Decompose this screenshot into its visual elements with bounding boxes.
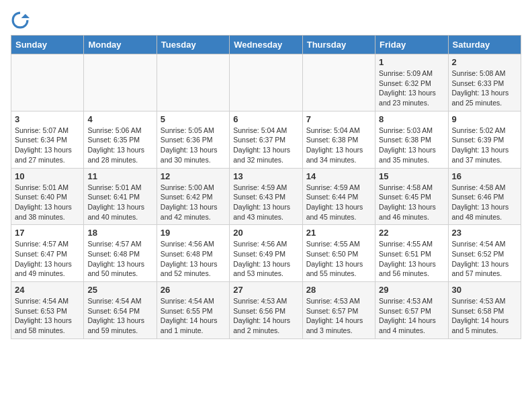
calendar-cell: 20Sunrise: 4:56 AM Sunset: 6:49 PM Dayli… <box>230 225 302 282</box>
day-number: 21 <box>306 228 371 238</box>
day-number: 28 <box>306 285 371 295</box>
calendar-cell <box>302 54 375 111</box>
calendar-cell <box>230 54 302 111</box>
calendar-week-row: 3Sunrise: 5:07 AM Sunset: 6:34 PM Daylig… <box>11 111 521 168</box>
calendar-cell: 10Sunrise: 5:01 AM Sunset: 6:40 PM Dayli… <box>11 168 84 225</box>
calendar-cell: 2Sunrise: 5:08 AM Sunset: 6:33 PM Daylig… <box>448 54 521 111</box>
day-info: Sunrise: 5:03 AM Sunset: 6:38 PM Dayligh… <box>379 126 444 165</box>
calendar-cell: 14Sunrise: 4:59 AM Sunset: 6:44 PM Dayli… <box>302 168 375 225</box>
day-info: Sunrise: 4:53 AM Sunset: 6:58 PM Dayligh… <box>452 296 517 336</box>
day-info: Sunrise: 5:01 AM Sunset: 6:41 PM Dayligh… <box>87 183 152 222</box>
day-info: Sunrise: 5:06 AM Sunset: 6:35 PM Dayligh… <box>87 126 152 165</box>
day-number: 20 <box>233 228 298 238</box>
calendar-cell: 22Sunrise: 4:55 AM Sunset: 6:51 PM Dayli… <box>375 225 448 282</box>
day-number: 7 <box>306 114 371 124</box>
day-number: 27 <box>233 285 298 295</box>
calendar-cell: 16Sunrise: 4:58 AM Sunset: 6:46 PM Dayli… <box>448 168 521 225</box>
calendar-cell <box>157 54 229 111</box>
calendar-cell: 3Sunrise: 5:07 AM Sunset: 6:34 PM Daylig… <box>11 111 84 168</box>
calendar-cell: 4Sunrise: 5:06 AM Sunset: 6:35 PM Daylig… <box>84 111 157 168</box>
day-info: Sunrise: 5:01 AM Sunset: 6:40 PM Dayligh… <box>15 183 80 222</box>
day-number: 30 <box>452 285 517 295</box>
day-number: 26 <box>161 285 226 295</box>
calendar-cell: 30Sunrise: 4:53 AM Sunset: 6:58 PM Dayli… <box>448 282 521 339</box>
day-info: Sunrise: 4:56 AM Sunset: 6:49 PM Dayligh… <box>233 239 298 279</box>
weekday-header: Tuesday <box>157 36 229 54</box>
day-number: 12 <box>161 171 226 181</box>
day-info: Sunrise: 4:55 AM Sunset: 6:51 PM Dayligh… <box>379 239 444 279</box>
calendar-cell: 7Sunrise: 5:04 AM Sunset: 6:38 PM Daylig… <box>302 111 375 168</box>
calendar-cell: 26Sunrise: 4:54 AM Sunset: 6:55 PM Dayli… <box>157 282 229 339</box>
day-number: 13 <box>233 171 298 181</box>
day-info: Sunrise: 4:58 AM Sunset: 6:46 PM Dayligh… <box>452 183 517 222</box>
logo <box>11 11 32 30</box>
weekday-header: Monday <box>84 36 157 54</box>
day-number: 6 <box>233 114 298 124</box>
day-number: 2 <box>452 57 517 67</box>
calendar-cell: 18Sunrise: 4:57 AM Sunset: 6:48 PM Dayli… <box>84 225 157 282</box>
day-number: 11 <box>87 171 152 181</box>
calendar-table: SundayMondayTuesdayWednesdayThursdayFrid… <box>11 35 521 339</box>
day-info: Sunrise: 4:57 AM Sunset: 6:48 PM Dayligh… <box>87 239 152 279</box>
day-number: 10 <box>15 171 80 181</box>
day-number: 17 <box>15 228 80 238</box>
day-info: Sunrise: 4:54 AM Sunset: 6:52 PM Dayligh… <box>452 239 517 279</box>
day-info: Sunrise: 4:55 AM Sunset: 6:50 PM Dayligh… <box>306 239 371 279</box>
calendar-cell: 9Sunrise: 5:02 AM Sunset: 6:39 PM Daylig… <box>448 111 521 168</box>
day-info: Sunrise: 5:02 AM Sunset: 6:39 PM Dayligh… <box>452 126 517 165</box>
calendar-cell <box>11 54 84 111</box>
day-number: 24 <box>15 285 80 295</box>
calendar-week-row: 17Sunrise: 4:57 AM Sunset: 6:47 PM Dayli… <box>11 225 521 282</box>
calendar-cell <box>84 54 157 111</box>
day-info: Sunrise: 4:57 AM Sunset: 6:47 PM Dayligh… <box>15 239 80 279</box>
calendar-cell: 12Sunrise: 5:00 AM Sunset: 6:42 PM Dayli… <box>157 168 229 225</box>
day-number: 3 <box>15 114 80 124</box>
day-info: Sunrise: 4:54 AM Sunset: 6:53 PM Dayligh… <box>15 296 80 336</box>
day-info: Sunrise: 4:59 AM Sunset: 6:43 PM Dayligh… <box>233 183 298 222</box>
calendar-cell: 17Sunrise: 4:57 AM Sunset: 6:47 PM Dayli… <box>11 225 84 282</box>
calendar-cell: 28Sunrise: 4:53 AM Sunset: 6:57 PM Dayli… <box>302 282 375 339</box>
calendar-week-row: 10Sunrise: 5:01 AM Sunset: 6:40 PM Dayli… <box>11 168 521 225</box>
calendar-week-row: 24Sunrise: 4:54 AM Sunset: 6:53 PM Dayli… <box>11 282 521 339</box>
header <box>11 11 521 30</box>
weekday-header: Saturday <box>448 36 521 54</box>
calendar-cell: 21Sunrise: 4:55 AM Sunset: 6:50 PM Dayli… <box>302 225 375 282</box>
day-info: Sunrise: 4:58 AM Sunset: 6:45 PM Dayligh… <box>379 183 444 222</box>
day-info: Sunrise: 5:07 AM Sunset: 6:34 PM Dayligh… <box>15 126 80 165</box>
day-number: 9 <box>452 114 517 124</box>
calendar-cell: 15Sunrise: 4:58 AM Sunset: 6:45 PM Dayli… <box>375 168 448 225</box>
day-info: Sunrise: 5:04 AM Sunset: 6:38 PM Dayligh… <box>306 126 371 165</box>
day-number: 15 <box>379 171 444 181</box>
calendar-cell: 24Sunrise: 4:54 AM Sunset: 6:53 PM Dayli… <box>11 282 84 339</box>
calendar-cell: 1Sunrise: 5:09 AM Sunset: 6:32 PM Daylig… <box>375 54 448 111</box>
day-number: 19 <box>161 228 226 238</box>
day-info: Sunrise: 4:56 AM Sunset: 6:48 PM Dayligh… <box>161 239 226 279</box>
day-info: Sunrise: 5:09 AM Sunset: 6:32 PM Dayligh… <box>379 68 444 108</box>
calendar-cell: 13Sunrise: 4:59 AM Sunset: 6:43 PM Dayli… <box>230 168 302 225</box>
calendar-week-row: 1Sunrise: 5:09 AM Sunset: 6:32 PM Daylig… <box>11 54 521 111</box>
calendar-cell: 5Sunrise: 5:05 AM Sunset: 6:36 PM Daylig… <box>157 111 229 168</box>
weekday-header-row: SundayMondayTuesdayWednesdayThursdayFrid… <box>11 36 521 54</box>
svg-marker-0 <box>21 14 30 18</box>
day-info: Sunrise: 5:00 AM Sunset: 6:42 PM Dayligh… <box>161 183 226 222</box>
day-number: 29 <box>379 285 444 295</box>
day-info: Sunrise: 4:59 AM Sunset: 6:44 PM Dayligh… <box>306 183 371 222</box>
calendar-cell: 25Sunrise: 4:54 AM Sunset: 6:54 PM Dayli… <box>84 282 157 339</box>
calendar-cell: 23Sunrise: 4:54 AM Sunset: 6:52 PM Dayli… <box>448 225 521 282</box>
day-number: 8 <box>379 114 444 124</box>
day-info: Sunrise: 4:53 AM Sunset: 6:56 PM Dayligh… <box>233 296 298 336</box>
day-number: 23 <box>452 228 517 238</box>
day-info: Sunrise: 5:08 AM Sunset: 6:33 PM Dayligh… <box>452 68 517 108</box>
day-info: Sunrise: 5:05 AM Sunset: 6:36 PM Dayligh… <box>161 126 226 165</box>
weekday-header: Thursday <box>302 36 375 54</box>
weekday-header: Friday <box>375 36 448 54</box>
day-number: 16 <box>452 171 517 181</box>
day-number: 1 <box>379 57 444 67</box>
weekday-header: Wednesday <box>230 36 302 54</box>
day-number: 5 <box>161 114 226 124</box>
weekday-header: Sunday <box>11 36 84 54</box>
day-info: Sunrise: 4:53 AM Sunset: 6:57 PM Dayligh… <box>306 296 371 336</box>
day-info: Sunrise: 4:54 AM Sunset: 6:54 PM Dayligh… <box>87 296 152 336</box>
day-info: Sunrise: 4:53 AM Sunset: 6:57 PM Dayligh… <box>379 296 444 336</box>
calendar-cell: 27Sunrise: 4:53 AM Sunset: 6:56 PM Dayli… <box>230 282 302 339</box>
